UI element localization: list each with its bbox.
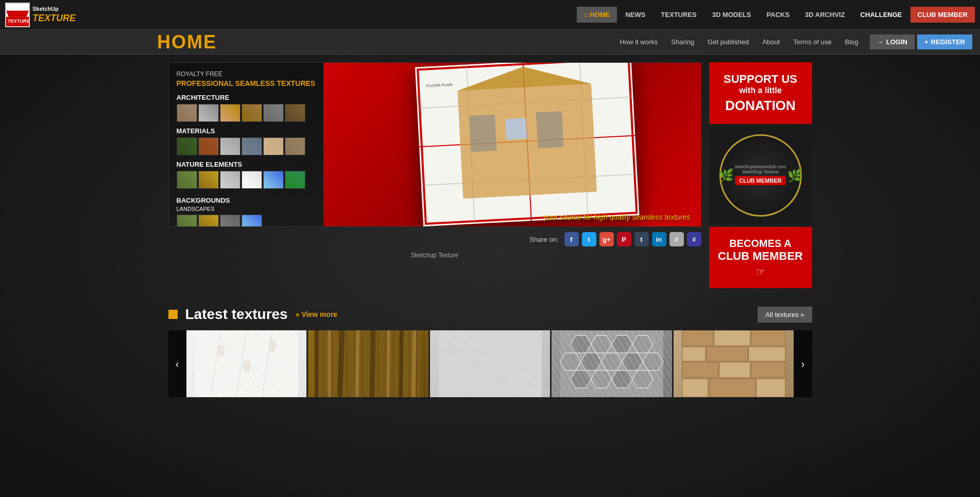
bg-thumb-3[interactable] <box>220 215 240 227</box>
svg-rect-16 <box>505 118 527 139</box>
club-member-badge[interactable]: 🌿 sketchuptextureclub.com SketchUp Textu… <box>709 127 812 224</box>
arch-thumb-6[interactable] <box>285 104 305 122</box>
cursor-icon: ☞ <box>717 265 804 278</box>
nat-thumb-3[interactable] <box>220 171 240 189</box>
arch-thumb-1[interactable] <box>177 104 197 122</box>
svg-rect-65 <box>682 379 708 397</box>
bg-thumbs <box>177 215 262 227</box>
digg1-share-button[interactable]: d <box>669 232 684 246</box>
svg-marker-52 <box>591 370 612 388</box>
svg-line-21 <box>236 330 246 397</box>
texture-item-1[interactable] <box>186 330 307 397</box>
svg-point-23 <box>216 345 225 357</box>
mat-thumb-5[interactable] <box>263 137 284 155</box>
svg-rect-17 <box>536 111 564 149</box>
digg2-share-button[interactable]: d <box>687 232 701 246</box>
logo-texture: TEXTURE <box>32 13 76 24</box>
bg-thumb-1[interactable] <box>177 215 197 227</box>
svg-rect-66 <box>709 379 755 397</box>
svg-marker-42 <box>571 335 591 353</box>
nav-club-member[interactable]: CLUB MEMBER <box>910 7 975 23</box>
royalty-free-text: ROYALTY FREE <box>177 70 316 78</box>
logo-area[interactable]: SketchUp TEXTURE SketchUp TEXTURE <box>5 3 76 27</box>
nav-news[interactable]: NEWS <box>618 7 652 23</box>
subnav-how-it-works[interactable]: How it works <box>614 35 664 49</box>
svg-point-25 <box>268 340 276 352</box>
mat-thumb-1[interactable] <box>177 137 197 155</box>
nav-challenge[interactable]: CHALLENGE <box>853 7 909 23</box>
nat-thumb-6[interactable] <box>285 171 305 189</box>
badge-circle: 🌿 sketchuptextureclub.com SketchUp Textu… <box>719 134 802 217</box>
badge-site-text: sketchuptextureclub.com <box>735 164 786 169</box>
nav-home[interactable]: HOME <box>577 7 617 23</box>
section-indicator <box>168 310 178 319</box>
gallery-prev-button[interactable]: ‹ <box>168 330 186 397</box>
arch-thumb-2[interactable] <box>198 104 219 122</box>
svg-text:TEXTURE: TEXTURE <box>8 18 29 23</box>
mat-thumb-6[interactable] <box>285 137 305 155</box>
svg-marker-51 <box>571 370 591 388</box>
register-button[interactable]: + REGISTER <box>917 34 972 49</box>
nav-3d-archviz[interactable]: 3D ARCHVIZ <box>798 7 852 23</box>
support-donation-box[interactable]: SUPPORT US with a little DONATION <box>709 62 812 124</box>
twitter-share-button[interactable]: t <box>582 232 596 246</box>
svg-rect-15 <box>469 115 497 152</box>
subnav-get-published[interactable]: Get published <box>701 35 755 49</box>
badge-main-text: CLUB MEMBER <box>735 176 786 185</box>
nat-thumb-4[interactable] <box>242 171 262 189</box>
bg-label: BACKGROUNDS <box>177 197 262 204</box>
texture-item-5[interactable] <box>674 330 794 397</box>
support-with: with a little <box>717 86 804 95</box>
all-textures-button[interactable]: All textures <box>758 307 812 323</box>
view-more-link[interactable]: View more <box>296 310 337 318</box>
page-title-area: HOME <box>8 31 614 53</box>
mat-thumb-3[interactable] <box>220 137 240 155</box>
googleplus-share-button[interactable]: g+ <box>599 232 614 246</box>
svg-line-20 <box>210 330 220 397</box>
nav-packs[interactable]: PACKS <box>760 7 797 23</box>
auth-buttons: → LOGIN + REGISTER <box>870 34 972 49</box>
subnav-about[interactable]: About <box>756 35 786 49</box>
nat-thumb-2[interactable] <box>198 171 219 189</box>
arch-thumb-4[interactable] <box>242 104 262 122</box>
backgrounds-section: BACKGROUNDS LANDSCAPES <box>177 194 262 227</box>
gallery-next-button[interactable]: › <box>794 330 812 397</box>
subnav-blog[interactable]: Blog <box>839 35 865 49</box>
arch-thumb-3[interactable] <box>220 104 240 122</box>
svg-line-33 <box>401 330 402 397</box>
texture-item-4[interactable] <box>552 330 672 397</box>
texture-item-2[interactable] <box>308 330 428 397</box>
mat-thumb-2[interactable] <box>198 137 219 155</box>
svg-point-24 <box>242 360 250 372</box>
bg-thumb-2[interactable] <box>198 215 219 227</box>
hero-banner: ROYALTY FREE PROFESSIONAL SEAMLESS TEXTU… <box>168 62 701 227</box>
svg-rect-57 <box>714 330 750 346</box>
subnav-terms[interactable]: Terms of use <box>787 35 837 49</box>
subnav-sharing[interactable]: Sharing <box>665 35 700 49</box>
becomes-member-box[interactable]: BECOMES A CLUB MEMBER ☞ <box>709 227 812 288</box>
section-header: Latest textures View more All textures <box>168 306 812 323</box>
bg-thumb-4[interactable] <box>242 215 262 227</box>
nat-thumb-1[interactable] <box>177 171 197 189</box>
texture-gallery: ‹ <box>168 330 812 397</box>
backgrounds-area: BACKGROUNDS LANDSCAPES <box>177 194 316 227</box>
svg-marker-48 <box>601 353 622 370</box>
arch-thumb-5[interactable] <box>263 104 284 122</box>
facebook-share-button[interactable]: f <box>564 232 579 246</box>
support-donation-text: DONATION <box>717 98 804 114</box>
nat-thumb-5[interactable] <box>263 171 284 189</box>
texture-item-3[interactable] <box>430 330 551 397</box>
svg-rect-60 <box>707 347 748 361</box>
main-wrapper: ROYALTY FREE PROFESSIONAL SEAMLESS TEXTU… <box>161 55 820 296</box>
hero-tagline: your source for high quality seamless te… <box>544 213 691 221</box>
tumblr-share-button[interactable]: t <box>634 232 649 246</box>
svg-marker-44 <box>612 335 632 353</box>
svg-marker-45 <box>632 335 653 353</box>
top-navigation: SketchUp TEXTURE SketchUp TEXTURE HOME N… <box>0 0 980 30</box>
linkedin-share-button[interactable]: in <box>652 232 666 246</box>
nav-textures[interactable]: TEXTURES <box>654 7 703 23</box>
login-button[interactable]: → LOGIN <box>870 34 915 49</box>
nav-3d-models[interactable]: 3D MODELS <box>705 7 759 23</box>
mat-thumb-4[interactable] <box>242 137 262 155</box>
pinterest-share-button[interactable]: P <box>617 232 631 246</box>
